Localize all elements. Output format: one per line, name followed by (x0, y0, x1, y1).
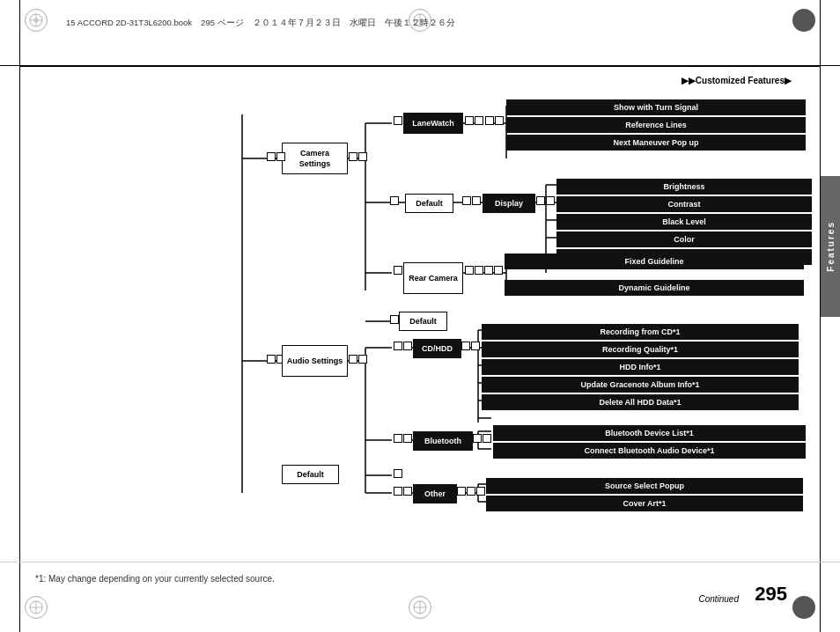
connector-sq-9 (495, 116, 504, 125)
connector-sq-14 (546, 196, 555, 205)
connector-sq-3 (349, 152, 357, 161)
connector-sq-20 (390, 315, 399, 324)
connector-sq-33 (394, 469, 402, 478)
connector-sq-25 (394, 342, 402, 350)
bottom-center-decoration (409, 596, 431, 619)
connector-sq-18 (484, 266, 493, 275)
connector-sq-1 (267, 152, 276, 161)
recording-cd-node: Recording from CD*1 (482, 324, 799, 340)
connector-sq-16 (465, 266, 474, 275)
connector-sq-29 (394, 434, 402, 443)
top-horizontal-line (19, 66, 821, 67)
footnote-text: *1: May change depending on your current… (35, 574, 805, 584)
connector-sq-17 (475, 266, 483, 275)
fixed-guideline-node: Fixed Guideline (505, 254, 804, 269)
connector-sq-26 (403, 342, 412, 350)
display-node: Display (483, 194, 535, 213)
diagram-area: Camera Settings LaneWatch Show with Turn… (0, 97, 840, 562)
connector-sq-8 (485, 116, 494, 125)
update-gracenote-node: Update Gracenote Album Info*1 (482, 377, 799, 393)
connector-sq-10 (390, 196, 399, 205)
connector-sq-4 (358, 152, 367, 161)
lanewatch-node: LaneWatch (403, 113, 463, 134)
connector-sq-38 (476, 487, 485, 496)
rear-camera-node: Rear Camera (403, 262, 463, 294)
bottom-right-decoration (792, 596, 815, 619)
show-turn-signal-node: Show with Turn Signal (506, 99, 806, 115)
connector-sq-35 (403, 487, 412, 496)
hdd-info-node: HDD Info*1 (482, 359, 799, 375)
customized-features-label: ▶▶Customized Features▶ (682, 76, 792, 85)
header-book-ref: 15 ACCORD 2D-31T3L6200.book 295 ページ ２０１４… (66, 18, 455, 29)
connector-sq-15 (394, 266, 402, 275)
connector-sq-27 (461, 342, 470, 350)
cover-art-node: Cover Art*1 (486, 496, 803, 511)
arrow-left: ▶▶ (682, 76, 696, 85)
black-level-node: Black Level (556, 214, 812, 230)
connector-sq-28 (471, 342, 480, 350)
delete-hdd-node: Delete All HDD Data*1 (482, 394, 799, 410)
connector-sq-32 (483, 434, 491, 443)
recording-quality-node: Recording Quality*1 (482, 342, 799, 357)
default2-node: Default (399, 312, 447, 331)
camera-settings-node: Camera Settings (282, 143, 348, 174)
next-maneuver-popup-node: Next Maneuver Pop up (506, 135, 806, 151)
header: 15 ACCORD 2D-31T3L6200.book 295 ページ ２０１４… (0, 0, 840, 66)
connector-sq-21 (267, 355, 276, 364)
default3-node: Default (282, 465, 339, 484)
continued-label: Continued (698, 594, 739, 604)
bt-device-list-node: Bluetooth Device List*1 (493, 425, 806, 441)
connector-sq-12 (472, 196, 481, 205)
connector-sq-34 (394, 487, 402, 496)
connector-sq-2 (276, 152, 285, 161)
reference-lines-node: Reference Lines (506, 117, 806, 133)
connector-sq-24 (358, 355, 367, 364)
connector-sq-7 (475, 116, 483, 125)
connector-sq-11 (462, 196, 471, 205)
default1-node: Default (405, 194, 453, 213)
connector-sq-37 (467, 487, 475, 496)
arrow-right: ▶ (785, 76, 792, 85)
connector-sq-36 (457, 487, 466, 496)
connector-sq-19 (494, 266, 503, 275)
connect-bt-audio-node: Connect Bluetooth Audio Device*1 (493, 443, 806, 459)
connector-sq-23 (349, 355, 357, 364)
contrast-node: Contrast (556, 196, 812, 212)
source-select-node: Source Select Popup (486, 478, 803, 494)
other-node: Other (413, 484, 457, 503)
connector-sq-13 (536, 196, 545, 205)
connector-sq-30 (403, 434, 412, 443)
bluetooth-node: Bluetooth (413, 431, 473, 451)
connector-sq-5 (394, 116, 402, 125)
top-left-decoration (25, 9, 48, 32)
customized-features-text: Customized Features (696, 76, 785, 85)
bottom-left-decoration (25, 596, 48, 619)
connector-sq-31 (473, 434, 482, 443)
connector-sq-6 (465, 116, 474, 125)
top-right-decoration (792, 9, 815, 32)
audio-settings-node: Audio Settings (282, 345, 348, 377)
color-node: Color (556, 231, 812, 247)
dynamic-guideline-node: Dynamic Guideline (505, 280, 804, 296)
cdhdd-node: CD/HDD (413, 339, 461, 358)
brightness-node: Brightness (556, 179, 812, 195)
page-number: 295 (755, 583, 787, 606)
